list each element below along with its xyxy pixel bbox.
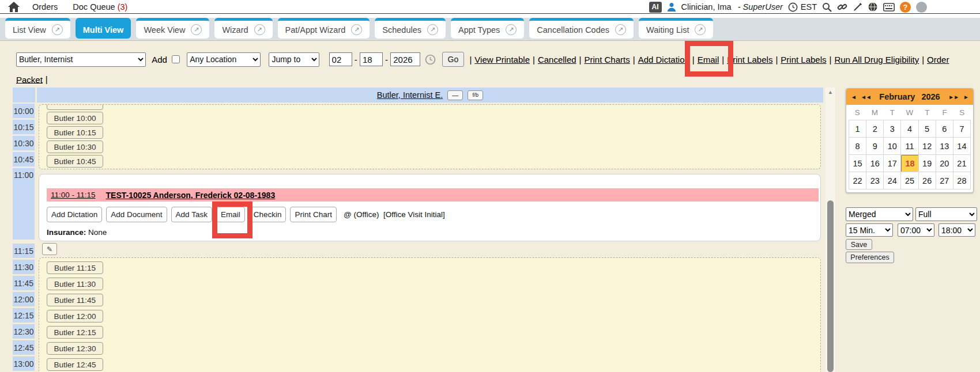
calendar-day[interactable]: 10	[884, 138, 901, 155]
calendar-day[interactable]: 19	[919, 155, 936, 172]
slot-button[interactable]: Butler 11:45	[47, 294, 103, 306]
slot-button[interactable]: Butler 12:15	[47, 326, 103, 339]
slot-button-partial[interactable]	[47, 104, 103, 110]
link-email[interactable]: Email	[698, 55, 719, 64]
calendar-day[interactable]: 17	[884, 155, 901, 172]
link-view-printable[interactable]: View Printable	[474, 55, 530, 64]
calendar-day[interactable]: 6	[936, 120, 953, 138]
link-icon[interactable]	[837, 2, 847, 12]
print-chart-button[interactable]: Print Chart	[290, 207, 337, 222]
zoom-mode-select[interactable]: Full	[915, 207, 977, 221]
calendar-day[interactable]: 22	[849, 172, 866, 189]
slot-button[interactable]: Butler 10:45	[47, 155, 103, 168]
calendar-fast-prev-icon[interactable]: ◄◄	[861, 94, 871, 100]
tab-list-view[interactable]: List View ↗	[5, 18, 70, 39]
slot-button[interactable]: Butler 12:00	[47, 310, 103, 322]
view-mode-select[interactable]: Merged	[846, 207, 913, 221]
go-button[interactable]: Go	[442, 52, 465, 67]
external-link-icon[interactable]: ↗	[695, 24, 706, 35]
day-start-select[interactable]: 07:00	[898, 223, 934, 237]
tab-cancellation-codes[interactable]: Cancellation Codes ↗	[529, 18, 634, 39]
tab-waiting-list[interactable]: Waiting List ↗	[639, 18, 713, 39]
tab-schedules[interactable]: Schedules ↗	[375, 18, 446, 39]
interval-select[interactable]: 15 Min.	[846, 223, 893, 237]
calendar-day-selected[interactable]: 18	[901, 155, 918, 172]
calendar-day[interactable]: 21	[953, 155, 971, 172]
calendar-day[interactable]: 23	[866, 172, 884, 189]
calendar-day[interactable]: 11	[901, 138, 918, 155]
external-link-icon[interactable]: ↗	[506, 24, 517, 35]
calendar-prev-icon[interactable]: ◄	[851, 94, 856, 100]
edit-slot-button[interactable]: ✎	[42, 243, 57, 255]
slot-button[interactable]: Butler 12:30	[47, 342, 103, 355]
search-icon[interactable]	[822, 2, 832, 12]
external-link-icon[interactable]: ↗	[427, 24, 438, 35]
tab-week-view[interactable]: Week View ↗	[136, 18, 209, 39]
slot-button[interactable]: Butler 10:15	[47, 126, 103, 139]
external-link-icon[interactable]: ↗	[52, 24, 63, 35]
calendar-day[interactable]: 1	[849, 120, 866, 138]
location-select[interactable]: Any Location	[187, 52, 261, 67]
tab-wizard[interactable]: Wizard ↗	[214, 18, 272, 39]
nav-doc-queue[interactable]: Doc Queue (3)	[73, 2, 127, 12]
tab-pat-appt-wizard[interactable]: Pat/Appt Wizard ↗	[278, 18, 370, 39]
nav-orders[interactable]: Orders	[32, 2, 58, 12]
fb-button[interactable]: f/b	[468, 90, 483, 100]
calendar-day[interactable]: 9	[866, 138, 884, 155]
link-cancelled[interactable]: Cancelled	[538, 55, 576, 64]
calendar-day[interactable]: 13	[936, 138, 953, 155]
scrollbar-thumb[interactable]	[827, 200, 834, 372]
checkin-button[interactable]: Checkin	[249, 207, 287, 222]
calendar-next-icon[interactable]: ►	[963, 94, 968, 100]
date-day-input[interactable]	[360, 52, 383, 66]
add-document-button[interactable]: Add Document	[106, 207, 167, 222]
date-year-input[interactable]	[390, 52, 420, 66]
external-link-icon[interactable]: ↗	[191, 24, 202, 35]
external-link-icon[interactable]: ↗	[254, 24, 265, 35]
slot-button[interactable]: Butler 10:30	[47, 141, 103, 153]
preferences-button[interactable]: Preferences	[846, 252, 894, 263]
clock-icon[interactable]	[425, 54, 436, 65]
add-checkbox[interactable]	[172, 55, 180, 63]
date-month-input[interactable]	[329, 52, 352, 66]
calendar-fast-next-icon[interactable]: ►►	[948, 94, 959, 100]
home-icon[interactable]	[8, 2, 20, 12]
external-link-icon[interactable]: ↗	[351, 24, 362, 35]
tab-appt-types[interactable]: Appt Types ↗	[451, 18, 524, 39]
external-link-icon[interactable]: ↗	[615, 24, 626, 35]
profile-circle-icon[interactable]	[916, 2, 927, 13]
calendar-day[interactable]: 2	[866, 120, 884, 138]
link-print-charts[interactable]: Print Charts	[585, 55, 630, 64]
calendar-day[interactable]: 7	[953, 120, 971, 138]
globe-icon[interactable]	[868, 2, 878, 12]
provider-select[interactable]: Butler, Internist	[16, 52, 146, 67]
save-button[interactable]: Save	[846, 239, 872, 250]
link-run-all-drug-eligibility[interactable]: Run All Drug Eligibility	[834, 55, 919, 64]
calendar-day[interactable]: 15	[849, 155, 866, 172]
calendar-day[interactable]: 4	[901, 120, 918, 138]
link-print-labels-1[interactable]: Print Labels	[727, 55, 772, 64]
slot-button[interactable]: Butler 11:15	[47, 261, 103, 274]
calendar-day[interactable]: 16	[866, 155, 884, 172]
pen-icon[interactable]	[853, 2, 862, 12]
calendar-day[interactable]: 26	[919, 172, 936, 189]
calendar-day[interactable]: 20	[936, 155, 953, 172]
calendar-day[interactable]: 8	[849, 138, 866, 155]
slot-button[interactable]: Butler 12:45	[47, 358, 103, 371]
day-end-select[interactable]: 18:00	[938, 223, 975, 237]
calendar-day[interactable]: 14	[953, 138, 971, 155]
tab-multi-view[interactable]: Multi View	[76, 18, 131, 39]
add-dictation-button[interactable]: Add Dictation	[47, 207, 102, 222]
link-add-dictation[interactable]: Add Dictation	[638, 55, 689, 64]
collapse-column-button[interactable]: —	[447, 90, 463, 100]
calendar-day[interactable]: 3	[884, 120, 901, 138]
appointment-time-link[interactable]: 11:00 - 11:15	[51, 191, 96, 199]
patient-link[interactable]: TEST-10025 Anderson, Frederick 02-08-198…	[106, 191, 276, 200]
calendar-day[interactable]: 12	[919, 138, 936, 155]
help-icon[interactable]: ?	[900, 2, 911, 13]
slot-button[interactable]: Butler 10:00	[47, 112, 103, 124]
provider-column-link[interactable]: Butler, Internist E.	[377, 90, 443, 100]
calendar-day[interactable]: 25	[901, 172, 918, 189]
calendar-day[interactable]: 5	[919, 120, 936, 138]
email-button[interactable]: Email	[216, 207, 245, 222]
